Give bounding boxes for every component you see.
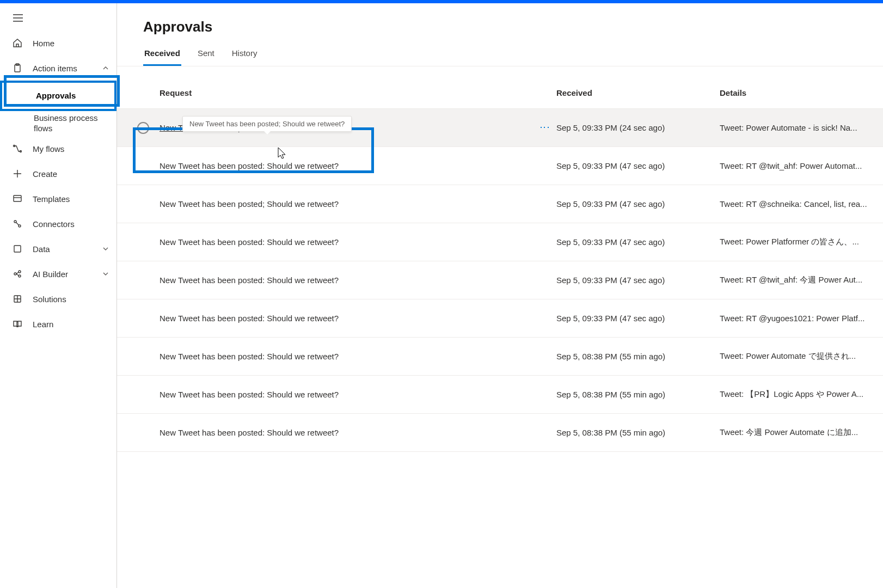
chevron-down-icon (102, 246, 109, 252)
sidebar-item-label: AI Builder (33, 270, 68, 279)
col-request[interactable]: Request (160, 88, 556, 97)
sidebar-item-home[interactable]: Home (0, 30, 116, 56)
table-row[interactable]: New Tweet has been posted: Should we ret… (117, 414, 883, 452)
details-text: Tweet: 今週 Power Automate に追加... (720, 427, 883, 438)
sidebar-item-label: Data (33, 244, 50, 254)
sidebar-item-create[interactable]: Create (0, 161, 116, 186)
sidebar-item-label: Solutions (33, 295, 66, 304)
learn-icon (12, 318, 23, 329)
table-row[interactable]: New Tweet has been posted: Should we ret… (117, 147, 883, 185)
sidebar-item-label: Learn (33, 320, 53, 329)
received-time: Sep 5, 09:33 PM (47 sec ago) (556, 275, 720, 285)
tab-history[interactable]: History (231, 44, 259, 66)
table-row[interactable]: New Tweet has been posted: Should we ret… (117, 261, 883, 299)
details-text: Tweet: RT @twit_ahf: Power Automat... (720, 161, 883, 170)
data-icon (12, 243, 23, 254)
table-header: Request Received Details (117, 77, 883, 109)
hamburger-icon (13, 14, 23, 22)
tooltip: New Tweet has been posted; Should we ret… (182, 116, 352, 132)
table-row[interactable]: New Tweet has been posted: Should we ret… (117, 376, 883, 414)
solutions-icon (12, 293, 23, 304)
tabs: ReceivedSentHistory (117, 44, 883, 66)
sidebar-item-label: Approvals (36, 91, 76, 101)
tab-sent[interactable]: Sent (197, 44, 216, 66)
request-title[interactable]: New Tweet has been posted: Should we ret… (160, 314, 339, 323)
sidebar-item-connectors[interactable]: Connectors (0, 211, 116, 236)
sidebar-item-label: Templates (33, 194, 70, 204)
flow-icon (12, 143, 23, 154)
sidebar-item-approvals[interactable]: Approvals (0, 81, 116, 111)
ai-icon (12, 268, 23, 279)
svg-rect-7 (14, 246, 21, 252)
sidebar-item-label: Home (33, 39, 54, 48)
details-text: Tweet: Power Platformer の皆さん、... (720, 237, 883, 247)
svg-rect-0 (15, 65, 20, 72)
svg-rect-4 (14, 195, 21, 201)
details-text: Tweet: RT @yugoes1021: Power Platf... (720, 314, 883, 323)
col-details[interactable]: Details (720, 88, 883, 97)
request-title[interactable]: New Tweet has been posted: Should we ret… (160, 237, 339, 247)
col-received[interactable]: Received (556, 88, 720, 97)
details-text: Tweet: RT @schneika: Cancel, list, rea..… (720, 199, 883, 209)
request-title[interactable]: New Tweet has been posted: Should we ret… (160, 161, 339, 170)
table-row[interactable]: New Tweet has been posted: Should we ret… (117, 338, 883, 376)
home-icon (12, 38, 23, 48)
sidebar-item-label: My flows (33, 144, 64, 154)
request-title[interactable]: New Tweet has been posted: Should we ret… (160, 390, 339, 399)
details-text: Tweet: RT @twit_ahf: 今週 Power Aut... (720, 275, 883, 285)
sidebar-item-label: Create (33, 169, 57, 179)
tab-received[interactable]: Received (143, 44, 181, 66)
received-time: Sep 5, 09:33 PM (47 sec ago) (556, 314, 720, 323)
hamburger-button[interactable] (0, 10, 116, 30)
sidebar-item-label: Action items (33, 64, 77, 73)
details-text: Tweet: Power Automate - is sick! Na... (720, 123, 883, 132)
sidebar-item-learn[interactable]: Learn (0, 311, 116, 336)
sidebar-item-solutions[interactable]: Solutions (0, 286, 116, 311)
details-text: Tweet: Power Automate で提供され... (720, 351, 883, 362)
received-time: Sep 5, 09:33 PM (47 sec ago) (556, 237, 720, 247)
sidebar-item-bpf[interactable]: Business process flows (0, 111, 116, 136)
received-time: Sep 5, 08:38 PM (55 min ago) (556, 428, 720, 437)
sidebar-item-action-items[interactable]: Action items (0, 56, 116, 81)
page-title: Approvals (117, 19, 883, 44)
sidebar-item-label: Business process flows (34, 113, 109, 134)
svg-point-5 (14, 220, 16, 223)
svg-point-9 (19, 271, 21, 273)
sidebar: HomeAction itemsApprovalsBusiness proces… (0, 3, 117, 588)
table-wrapper[interactable]: Request Received Details New Tweet has b… (117, 66, 883, 588)
received-time: Sep 5, 09:33 PM (47 sec ago) (556, 199, 720, 209)
received-time: Sep 5, 09:33 PM (47 sec ago) (556, 161, 720, 170)
sidebar-item-templates[interactable]: Templates (0, 186, 116, 211)
sidebar-item-my-flows[interactable]: My flows (0, 136, 116, 161)
table-row[interactable]: New Tweet has been posted: Should we ret… (117, 223, 883, 261)
more-actions-button[interactable]: ⋮ (539, 122, 551, 133)
received-time: Sep 5, 09:33 PM (24 sec ago) (556, 123, 720, 132)
received-time: Sep 5, 08:38 PM (55 min ago) (556, 352, 720, 361)
svg-point-6 (19, 225, 21, 227)
received-time: Sep 5, 08:38 PM (55 min ago) (556, 390, 720, 399)
svg-point-10 (19, 275, 21, 277)
svg-point-8 (14, 273, 16, 275)
chevron-down-icon (102, 271, 109, 277)
table-row[interactable]: New Tweet has been posted; Should we ret… (117, 185, 883, 223)
request-title[interactable]: New Tweet has been posted: Should we ret… (160, 428, 339, 437)
chevron-up-icon (102, 65, 109, 71)
request-title[interactable]: New Tweet has been posted: Should we ret… (160, 352, 339, 361)
clipboard-icon (12, 63, 23, 74)
request-title[interactable]: New Tweet has been posted; Should we ret… (160, 199, 339, 209)
connectors-icon (12, 218, 23, 229)
table-row[interactable]: New Tweet has been posted: Should we ret… (117, 299, 883, 338)
sidebar-item-label: Connectors (33, 219, 75, 229)
request-title[interactable]: New Tweet has been posted: Should we ret… (160, 275, 339, 285)
main-region: Approvals ReceivedSentHistory Request Re… (117, 3, 883, 588)
sidebar-item-data[interactable]: Data (0, 236, 116, 261)
details-text: Tweet: 【PR】Logic Apps や Power A... (720, 389, 883, 400)
select-radio[interactable] (137, 122, 149, 134)
templates-icon (12, 193, 23, 204)
sidebar-item-ai-builder[interactable]: AI Builder (0, 261, 116, 286)
plus-icon (12, 168, 23, 179)
